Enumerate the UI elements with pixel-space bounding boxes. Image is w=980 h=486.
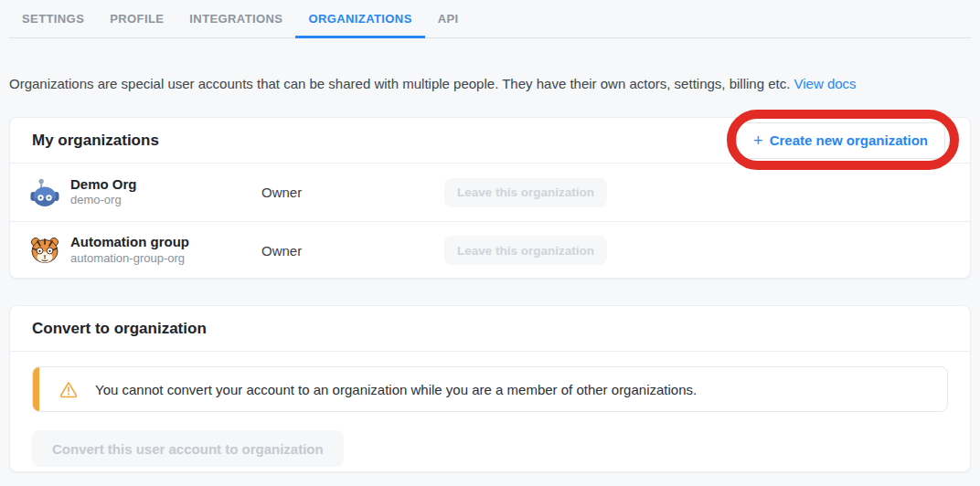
account-tab-bar: SETTINGS PROFILE INTEGRATIONS ORGANIZATI… [9,0,971,38]
organization-row: Automation group automation-group-org Ow… [10,221,970,279]
organization-slug: demo-org [70,193,137,208]
my-organizations-header: My organizations + Create new organizati… [10,118,970,164]
leave-organization-button[interactable]: Leave this organization [444,178,607,207]
organization-name-block: Automation group automation-group-org [70,234,189,267]
organization-role: Owner [261,243,444,259]
robot-avatar-icon [28,176,61,209]
tab-organizations[interactable]: ORGANIZATIONS [295,0,424,37]
intro-text: Organizations are special user accounts … [9,76,790,91]
warning-callout: You cannot convert your account to an or… [32,366,948,412]
my-organizations-card: My organizations + Create new organizati… [9,117,971,279]
organization-name: Automation group [70,234,189,251]
tab-integrations[interactable]: INTEGRATIONS [176,0,295,37]
create-new-organization-button[interactable]: + Create new organization [736,122,945,159]
convert-section-title: Convert to organization [32,320,207,338]
convert-to-organization-card: Convert to organization You cannot conve… [9,305,971,472]
warning-accent-bar [33,367,39,411]
organization-row: Demo Org demo-org Owner Leave this organ… [10,164,970,221]
convert-section-header: Convert to organization [10,306,970,352]
intro-line: Organizations are special user accounts … [9,76,857,91]
organization-identity: Automation group automation-group-org [28,234,261,267]
my-organizations-title: My organizations [32,132,159,150]
organization-identity: Demo Org demo-org [28,176,261,209]
tab-settings[interactable]: SETTINGS [9,0,97,37]
organization-name: Demo Org [70,176,137,194]
organization-role: Owner [261,185,444,200]
organization-slug: automation-group-org [70,251,189,267]
tiger-avatar-icon [28,234,61,267]
tab-profile[interactable]: PROFILE [97,0,176,37]
view-docs-link[interactable]: View docs [794,76,857,91]
warning-triangle-icon [59,379,79,399]
leave-organization-button[interactable]: Leave this organization [444,236,607,265]
convert-account-button[interactable]: Convert this user account to organizatio… [32,430,344,467]
warning-text: You cannot convert your account to an or… [95,382,697,397]
organization-name-block: Demo Org demo-org [70,176,137,209]
plus-icon: + [753,132,763,149]
create-new-organization-label: Create new organization [770,132,928,148]
tab-api[interactable]: API [425,0,472,37]
account-organizations-page: SETTINGS PROFILE INTEGRATIONS ORGANIZATI… [0,0,980,486]
